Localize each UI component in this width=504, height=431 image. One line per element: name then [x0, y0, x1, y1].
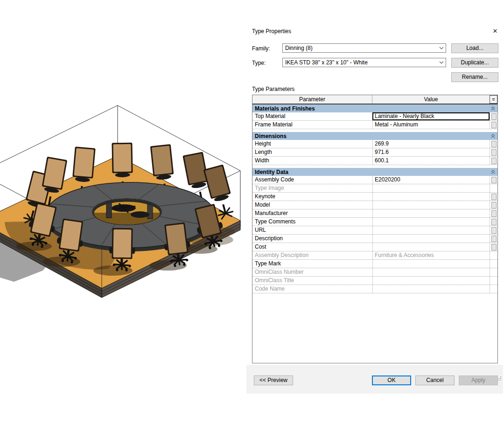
param-name: OmniClass Number	[252, 268, 372, 276]
type-value: IKEA STD 38" x 23" x 10" - White	[283, 59, 437, 66]
param-name: Manufacturer	[252, 209, 372, 217]
chevron-double-up-icon	[491, 134, 495, 138]
param-name: Keynote	[252, 193, 372, 201]
param-value[interactable]: Metal - Aluminum	[372, 121, 490, 129]
value-edit-button[interactable]	[491, 141, 497, 147]
section-header-identity[interactable]: Identity Data	[252, 168, 497, 176]
ok-button[interactable]: OK	[372, 375, 411, 385]
type-parameters-label: Type Parameters	[252, 86, 294, 92]
cancel-button[interactable]: Cancel	[415, 375, 455, 385]
param-value	[372, 285, 490, 293]
section-title: Identity Data	[255, 169, 288, 175]
table-row: Assembly Code E2020200	[252, 176, 497, 184]
close-icon[interactable]: ✕	[491, 27, 499, 35]
param-value[interactable]	[372, 235, 490, 243]
table-row: Manufacturer	[252, 209, 497, 218]
equals-column-header[interactable]: =	[490, 95, 497, 104]
value-edit-button[interactable]	[491, 194, 497, 200]
param-value[interactable]: 600.1	[372, 157, 490, 165]
param-name: Top Material	[252, 112, 372, 120]
table-row: Assembly Description Furniture & Accesso…	[252, 251, 497, 260]
preview-button[interactable]: << Preview	[254, 375, 293, 385]
param-value[interactable]: E2020200	[372, 176, 490, 184]
value-column-header[interactable]: Value	[372, 95, 490, 104]
type-properties-dialog: Type Properties ✕ Family: Dinning (8) Lo…	[246, 24, 503, 394]
table-row: Height 269.9	[252, 140, 497, 148]
chevron-down-icon	[437, 61, 446, 64]
dialog-title: Type Properties	[252, 28, 291, 35]
value-edit-button[interactable]	[491, 122, 497, 128]
param-value[interactable]	[372, 218, 490, 226]
duplicate-button[interactable]: Duplicate...	[451, 58, 498, 68]
param-name: Type Image	[252, 184, 372, 192]
table-header: Parameter Value =	[252, 95, 497, 104]
param-name: Cost	[252, 243, 372, 251]
param-value[interactable]	[372, 209, 490, 217]
param-value[interactable]	[372, 260, 490, 268]
value-edit-button[interactable]	[491, 113, 497, 120]
table-row: Model	[252, 201, 497, 209]
apply-button[interactable]: Apply	[459, 375, 498, 385]
table-row: Length 971.6	[252, 148, 497, 157]
table-row: Keynote	[252, 193, 497, 201]
section-title: Materials and Finishes	[255, 105, 315, 112]
param-name: OmniClass Title	[252, 277, 372, 285]
param-name: Height	[252, 140, 372, 148]
param-value[interactable]: 971.6	[372, 148, 490, 156]
value-edit-button[interactable]	[491, 227, 497, 234]
table-row: Description	[252, 235, 497, 243]
section-title: Dimensions	[255, 133, 287, 139]
chevron-down-icon	[437, 47, 446, 49]
param-value[interactable]	[372, 201, 490, 209]
value-edit-button[interactable]	[491, 149, 497, 156]
dialog-footer: << Preview OK Cancel Apply	[246, 365, 503, 394]
resize-grip-icon[interactable]	[497, 376, 502, 381]
family-combobox[interactable]: Dinning (8)	[282, 43, 446, 53]
family-label: Family:	[252, 45, 270, 52]
param-name: Assembly Code	[252, 176, 372, 184]
table-empty-area	[252, 293, 497, 363]
type-combobox[interactable]: IKEA STD 38" x 23" x 10" - White	[282, 58, 446, 67]
param-value	[372, 277, 490, 285]
param-name: URL	[252, 226, 372, 234]
value-edit-button[interactable]	[491, 177, 497, 183]
param-value[interactable]: Laminate - Nearly Black	[372, 112, 490, 120]
param-name: Frame Material	[252, 121, 372, 129]
load-button[interactable]: Load...	[451, 43, 498, 53]
table-row: Code Name	[252, 285, 497, 293]
value-edit-button[interactable]	[491, 219, 497, 225]
param-name: Length	[252, 148, 372, 156]
section-header-dimensions[interactable]: Dimensions	[252, 132, 497, 140]
revit-workspace: Type Properties ✕ Family: Dinning (8) Lo…	[0, 0, 504, 431]
table-row: URL	[252, 226, 497, 235]
value-edit-button[interactable]	[491, 244, 497, 250]
param-name: Type Comments	[252, 218, 372, 226]
chevron-double-up-icon	[491, 170, 495, 174]
type-label: Type:	[252, 60, 266, 66]
param-value: Furniture & Accessories	[372, 251, 490, 259]
table-row: OmniClass Title	[252, 277, 497, 285]
value-edit-button[interactable]	[491, 158, 497, 164]
param-name: Assembly Description	[252, 251, 372, 259]
param-value[interactable]	[372, 193, 490, 201]
param-value[interactable]: 269.9	[372, 140, 490, 148]
table-row: OmniClass Number	[252, 268, 497, 277]
value-edit-button[interactable]	[491, 202, 497, 209]
3d-view[interactable]	[0, 100, 247, 312]
param-name: Code Name	[252, 285, 372, 293]
param-name: Description	[252, 235, 372, 243]
value-edit-button[interactable]	[491, 210, 497, 217]
value-edit-button[interactable]	[491, 236, 497, 242]
table-row: Frame Material Metal - Aluminum	[252, 121, 497, 129]
param-value[interactable]	[372, 243, 490, 251]
table-row: Width 600.1	[252, 157, 497, 165]
chevron-double-up-icon	[491, 106, 495, 111]
section-header-materials[interactable]: Materials and Finishes	[252, 104, 497, 112]
rename-button[interactable]: Rename...	[451, 72, 498, 82]
param-value[interactable]	[372, 226, 490, 234]
parameter-column-header[interactable]: Parameter	[252, 95, 372, 104]
param-value	[372, 184, 490, 192]
param-name: Width	[252, 157, 372, 165]
param-name: Model	[252, 201, 372, 209]
table-row: Type Mark	[252, 260, 497, 268]
